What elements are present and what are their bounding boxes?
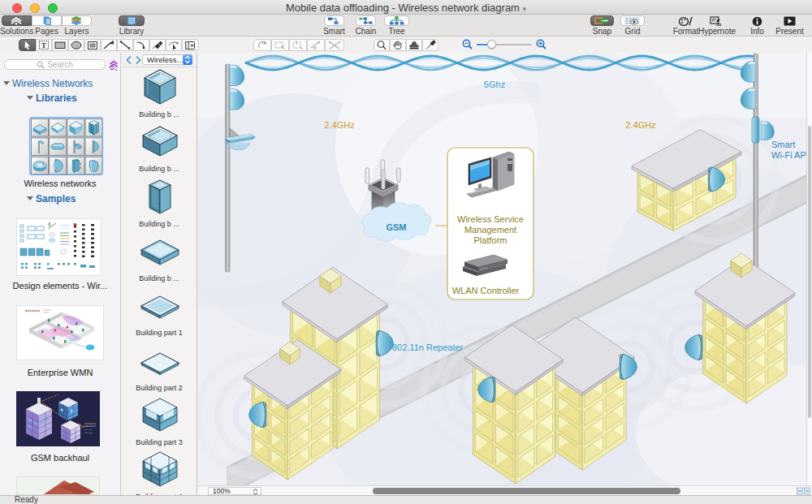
- svg-text:2.4GHz: 2.4GHz: [625, 120, 655, 130]
- svg-text:802.11n Repeater: 802.11n Repeater: [392, 342, 464, 352]
- svg-text:Management: Management: [464, 225, 516, 235]
- svg-text:Smart: Smart: [771, 140, 795, 149]
- svg-text:Platform: Platform: [474, 235, 508, 245]
- svg-text:T: T: [41, 41, 46, 49]
- svg-text:Wi-Fi AP: Wi-Fi AP: [771, 150, 806, 160]
- svg-text:5Ghz: 5Ghz: [484, 80, 505, 89]
- svg-text:WLAN Controller: WLAN Controller: [452, 286, 520, 295]
- svg-text:2.4GHz: 2.4GHz: [324, 120, 354, 130]
- svg-text:Wireless Service: Wireless Service: [457, 214, 524, 224]
- svg-text:GSM: GSM: [386, 222, 406, 232]
- svg-text:GSM link: GSM link: [84, 425, 93, 428]
- svg-text:backhaul: backhaul: [84, 432, 93, 434]
- svg-text:WiFi link: WiFi link: [84, 429, 93, 431]
